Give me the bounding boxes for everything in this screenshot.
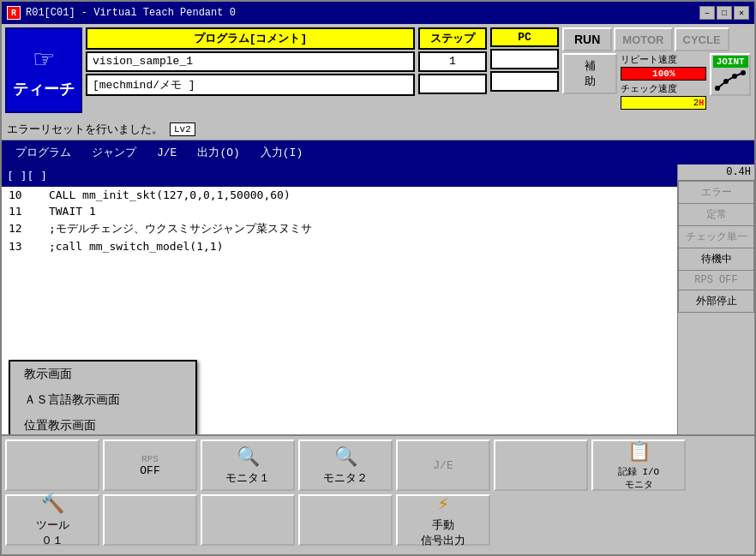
program-value1: vision_sample_1 <box>86 51 415 72</box>
dropdown-item-teach[interactable]: 教示画面 <box>10 362 195 387</box>
bottom-btn-kiroku[interactable]: 📋 記録 I/Oモニタ <box>591 439 686 491</box>
dropdown-item-as[interactable]: ＡＳ言語教示画面 <box>10 387 195 413</box>
joint-button[interactable]: JOINT <box>710 53 751 96</box>
table-row[interactable]: 11 TWAIT 1 <box>2 203 677 219</box>
bottom-btn-empty4 <box>201 494 295 546</box>
check-speed-label: チェック速度 <box>621 82 706 95</box>
bottom-btn-empty5 <box>298 494 393 546</box>
kiroku-label: 記録 I/Oモニタ <box>618 465 659 491</box>
table-row[interactable]: 10 CALL mm_init_skt(127,0,0,1,50000,60) <box>2 187 677 203</box>
line-number: 11 <box>9 205 22 218</box>
main-area: [ ][ ] 10 CALL mm_init_skt(127,0,0,1,500… <box>2 164 754 434</box>
bottom-btn-je[interactable]: J/E <box>396 439 490 491</box>
repeat-speed-section: リピート速度 100% <box>621 53 706 81</box>
dropdown-item-position[interactable]: 位置教示画面 <box>10 413 195 434</box>
program-value2: [mechmind/メモ ] <box>86 74 415 96</box>
toolbar: ☞ ティーチ プログラム[コメント] vision_sample_1 [mech… <box>2 24 754 118</box>
status-btn-error[interactable]: エラー <box>678 181 754 203</box>
maximize-button[interactable]: □ <box>717 6 732 20</box>
menu-item-output[interactable]: 出力(O) <box>187 143 249 162</box>
table-row[interactable]: 13 ;call mm_switch_model(1,1) <box>2 238 677 254</box>
bottom-btn-empty2 <box>494 439 588 491</box>
menu-item-program[interactable]: プログラム <box>5 143 81 162</box>
repeat-speed-bar: 100% <box>621 67 706 81</box>
monitor1-label: モニタ１ <box>225 470 270 486</box>
bottom-btn-manual-signal[interactable]: ⚡ 手動信号出力 <box>396 494 490 546</box>
pc-section: PC <box>490 27 559 115</box>
bottom-btn-rps-off[interactable]: RPS OFF <box>103 439 197 491</box>
hojo-button[interactable]: 補助 <box>562 53 617 94</box>
close-button[interactable]: ✕ <box>734 6 749 20</box>
bottom-btn-monitor1[interactable]: 🔍 モニタ１ <box>201 439 295 491</box>
program-label: プログラム[コメント] <box>86 27 415 50</box>
rps-off-label: OFF <box>140 464 159 477</box>
menu-bar: プログラム ジャンプ J/E 出力(O) 入力(I) <box>2 140 754 164</box>
program-section: プログラム[コメント] vision_sample_1 [mechmind/メモ… <box>86 27 415 115</box>
motor-button[interactable]: MOTOR <box>614 27 672 51</box>
menu-item-jump[interactable]: ジャンプ <box>81 143 147 162</box>
status-btn-waiting[interactable]: 待機中 <box>678 248 754 270</box>
status-bar: エラーリセットを行いました。 Lv2 <box>2 118 754 140</box>
pc-value <box>490 49 559 69</box>
minimize-button[interactable]: – <box>699 6 715 20</box>
svg-point-4 <box>723 79 729 84</box>
repeat-speed-fill: 100% <box>621 68 705 80</box>
joint-robot-icon <box>713 69 747 93</box>
window-title: R01[C01] - Virtual Teach Pendant 0 <box>26 7 236 19</box>
right-controls: RUN MOTOR CYCLE 補助 リピート速度 100% <box>562 27 751 115</box>
status-btn-external-stop[interactable]: 外部停止 <box>678 290 754 313</box>
svg-point-6 <box>741 70 746 75</box>
svg-point-3 <box>715 86 720 91</box>
monitor2-label: モニタ２ <box>323 470 368 486</box>
status-btn-normal[interactable]: 定常 <box>678 203 754 225</box>
joint-label: JOINT <box>713 56 748 68</box>
rps-label: RPS <box>141 454 159 464</box>
svg-point-5 <box>732 74 737 79</box>
bottom-btn-empty1 <box>5 439 99 491</box>
window-icon: R <box>7 6 21 20</box>
manual-signal-icon: ⚡ <box>437 493 448 516</box>
right-panel: 0.4H エラー 定常 チェック単一 待機中 RPS OFF 外部停止 <box>677 164 754 434</box>
line-code: TWAIT 1 <box>49 205 96 218</box>
monitor2-icon: 🔍 <box>334 445 357 469</box>
right-panel-header: 0.4H <box>678 164 754 181</box>
menu-item-je[interactable]: J/E <box>147 145 187 161</box>
code-input-value: [ ][ ] <box>7 170 47 182</box>
status-btn-check-single[interactable]: チェック単一 <box>678 225 754 248</box>
step-section: ステップ 1 <box>418 27 487 115</box>
bottom-toolbar: RPS OFF 🔍 モニタ１ 🔍 モニタ２ J/E 📋 記録 I/Oモニタ 🔨 <box>2 434 754 554</box>
je-label: J/E <box>433 459 453 472</box>
kiroku-icon: 📋 <box>627 440 651 463</box>
check-h-indicator: H <box>699 99 704 108</box>
code-lines: 10 CALL mm_init_skt(127,0,0,1,50000,60) … <box>2 187 677 254</box>
status-btn-rps-off[interactable]: RPS OFF <box>678 270 754 290</box>
bottom-btn-monitor2[interactable]: 🔍 モニタ２ <box>298 439 393 491</box>
code-input[interactable]: [ ][ ] <box>2 164 677 187</box>
bottom-btn-empty3 <box>103 494 197 546</box>
cycle-button[interactable]: CYCLE <box>675 27 729 51</box>
menu-item-input[interactable]: 入力(I) <box>250 143 313 162</box>
manual-signal-label: 手動信号出力 <box>421 517 465 548</box>
lv-badge: Lv2 <box>170 123 195 136</box>
table-row[interactable]: 12 ;モデルチェンジ、ウクスミサシジャンプ菜スヌミサ <box>2 219 677 238</box>
step-value: 1 <box>418 51 487 72</box>
line-code: CALL mm_init_skt(127,0,0,1,50000,60) <box>49 188 291 201</box>
top-buttons: RUN MOTOR CYCLE <box>562 27 751 51</box>
title-bar: R R01[C01] - Virtual Teach Pendant 0 – □… <box>2 2 754 24</box>
step-value2 <box>418 74 487 94</box>
tool-icon: 🔨 <box>41 493 64 516</box>
teach-button[interactable]: ☞ ティーチ <box>5 27 82 113</box>
check-speed-section: チェック速度 2 H <box>621 82 706 110</box>
pc-label: PC <box>490 27 559 47</box>
teach-label: ティーチ <box>13 79 75 99</box>
step-label: ステップ <box>418 27 487 50</box>
check-speed-fill: 2 H <box>621 97 705 109</box>
line-number: 12 <box>9 222 22 235</box>
pc-value2 <box>490 71 559 92</box>
bottom-btn-tool[interactable]: 🔨 ツール０１ <box>5 494 99 546</box>
check-speed-bar: 2 H <box>621 96 706 110</box>
run-button[interactable]: RUN <box>562 27 612 51</box>
tool-label: ツール０１ <box>36 517 69 548</box>
monitor1-icon: 🔍 <box>237 445 260 469</box>
dropdown-menu: 教示画面 ＡＳ言語教示画面 位置教示画面 プログラム編集画面 2 <box>9 360 197 434</box>
